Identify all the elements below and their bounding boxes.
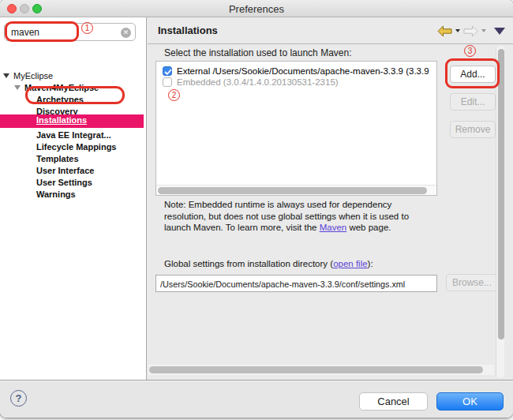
tree-item-user-interface[interactable]: User Interface — [36, 165, 94, 177]
tree-item-java-ee-integration[interactable]: Java EE Integrat... — [36, 129, 111, 141]
checkbox-checked-icon[interactable] — [163, 66, 172, 76]
global-settings-label: Global settings from installation direct… — [164, 259, 373, 268]
panel-vertical-scrollbar[interactable] — [496, 47, 504, 377]
installation-label: Embedded (3.0.4/1.4.0.20130531-2315) — [177, 77, 339, 88]
tree-item-user-settings[interactable]: User Settings — [36, 177, 92, 189]
annotation-number-1: 1 — [81, 22, 93, 34]
back-history-chevron-icon[interactable] — [455, 29, 460, 32]
tree-item-installations-label: Installations — [36, 115, 87, 125]
view-menu-icon[interactable] — [494, 28, 505, 35]
ok-button[interactable]: OK — [436, 392, 504, 411]
installation-label: External /Users/Sookie/Documents/apache-… — [177, 66, 429, 77]
installation-row-external[interactable]: External /Users/Sookie/Documents/apache-… — [156, 66, 436, 77]
installations-list: External /Users/Sookie/Documents/apache-… — [155, 61, 437, 196]
installation-row-embedded[interactable]: Embedded (3.0.4/1.4.0.20130531-2315) — [156, 77, 436, 88]
panel-vscrollbar-thumb[interactable] — [498, 49, 504, 339]
tree-item-installations[interactable]: Installations — [0, 114, 144, 128]
tree-item-templates[interactable]: Templates — [36, 153, 79, 165]
tree-item-warnings[interactable]: Warnings — [36, 189, 76, 201]
embedded-runtime-note: Note: Embedded runtime is always used fo… — [164, 199, 445, 234]
annotation-box-installations — [25, 86, 125, 104]
help-button[interactable]: ? — [10, 390, 27, 407]
settings-path-input[interactable] — [160, 278, 434, 290]
preferences-window: Preferences ✕ MyEclipse Maven4MyEclipse … — [0, 0, 513, 418]
maven-link[interactable]: Maven — [320, 223, 347, 232]
settings-path-field[interactable] — [155, 275, 437, 292]
page-navigation — [437, 24, 505, 38]
cancel-button[interactable]: Cancel — [359, 392, 428, 411]
checkbox-unchecked-icon[interactable] — [163, 77, 172, 87]
annotation-box-search — [5, 21, 79, 42]
note-line-1: Note: Embedded runtime is always used fo… — [164, 199, 445, 211]
disclosure-triangle-icon[interactable] — [14, 85, 21, 90]
note-line-3: launch Maven. To learn more, visit the M… — [164, 222, 445, 234]
panel-horizontal-scrollbar[interactable] — [148, 365, 494, 375]
dialog-footer: ? Cancel OK — [0, 380, 513, 418]
titlebar: Preferences — [0, 0, 513, 17]
edit-button[interactable]: Edit... — [450, 93, 496, 111]
page-title: Installations — [158, 24, 218, 36]
browse-button[interactable]: Browse... — [446, 274, 498, 291]
select-installation-label: Select the installation used to launch M… — [164, 47, 351, 58]
forward-button[interactable] — [463, 25, 478, 37]
list-scrollbar-thumb[interactable] — [158, 187, 427, 194]
annotation-box-add — [445, 58, 500, 88]
remove-button[interactable]: Remove — [450, 121, 496, 138]
annotation-number-3: 3 — [464, 45, 476, 57]
forward-history-chevron-icon[interactable] — [481, 29, 486, 32]
back-button[interactable] — [437, 25, 452, 37]
open-file-link[interactable]: open file — [333, 259, 367, 268]
annotation-number-2: 2 — [168, 89, 180, 101]
header-separator — [148, 43, 513, 44]
tree-item-lifecycle-mappings[interactable]: Lifecycle Mappings — [36, 141, 116, 153]
list-horizontal-scrollbar[interactable] — [156, 185, 436, 195]
panel-hscrollbar-thumb[interactable] — [149, 366, 483, 373]
clear-search-icon[interactable]: ✕ — [121, 28, 131, 38]
note-line-2: resolution, but does not use global sett… — [164, 211, 445, 223]
forward-arrow-icon — [463, 25, 478, 37]
back-arrow-icon — [437, 25, 452, 37]
preferences-sidebar: ✕ MyEclipse Maven4MyEclipse Archetypes D… — [0, 17, 147, 380]
window-title: Preferences — [0, 3, 513, 15]
tree-item-myeclipse[interactable]: MyEclipse — [13, 70, 53, 82]
disclosure-triangle-icon[interactable] — [3, 73, 9, 78]
